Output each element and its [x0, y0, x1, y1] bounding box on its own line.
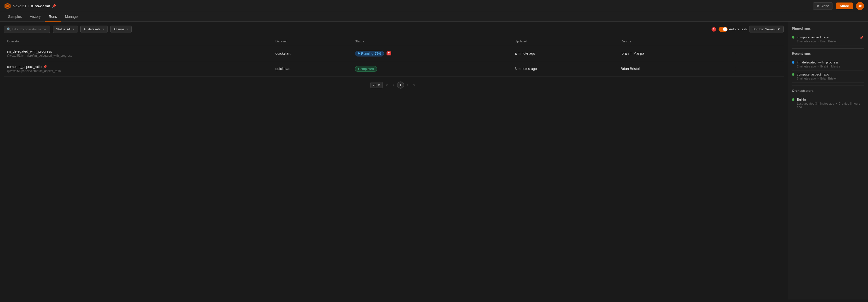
pinned-run-item[interactable]: compute_aspect_ratio 2 minutes ago • Bri… [792, 33, 864, 45]
recent-run-2-name: compute_aspect_ratio [797, 72, 864, 76]
row2-operator-name-wrapper: compute_aspect_ratio 📌 [7, 65, 270, 69]
first-page-button[interactable]: « [384, 82, 390, 88]
clone-button[interactable]: ⧉ Clone [813, 2, 833, 10]
content-area: 🔍 Status: All ▼ All datasets ▼ All runs … [0, 22, 787, 300]
recent-run-1-name: im_delegated_with_progress [797, 61, 864, 64]
sidebar-pin-button[interactable]: 📌 [859, 35, 864, 40]
row2-more-button[interactable]: ⋮ [732, 65, 740, 72]
tab-runs[interactable]: Runs [45, 12, 61, 22]
auto-refresh-toggle[interactable] [719, 27, 727, 32]
header: Voxel51 › runs-demo 📌 ⧉ Clone Share BB [0, 0, 868, 12]
tab-manage[interactable]: Manage [61, 12, 82, 22]
clone-label: Clone [820, 4, 829, 8]
col-actions [728, 37, 784, 46]
page-size-select[interactable]: 25 ▼ [370, 82, 383, 88]
col-updated: Updated [512, 37, 618, 46]
notification-badge: 1 [712, 27, 716, 32]
voxel51-logo [4, 2, 11, 9]
pinned-run-content: compute_aspect_ratio 2 minutes ago • Bri… [797, 35, 857, 43]
breadcrumb-org: Voxel51 [13, 4, 26, 8]
row1-status-cell: Running 75% 2 [352, 46, 512, 61]
pinned-runs-title: Pinned runs [792, 27, 864, 30]
recent-run-2-content: compute_aspect_ratio 3 minutes ago • Bri… [797, 72, 864, 80]
datasets-chevron-icon: ▼ [102, 28, 104, 31]
col-operator: Operator [4, 37, 273, 46]
pin-icon[interactable]: 📌 [52, 4, 56, 8]
orchestrator-meta: Last updated 3 minutes ago • Created 8 h… [797, 102, 864, 109]
table-body: im_delegated_with_progress @voxel51/im-m… [4, 46, 784, 76]
recent-run-item-2[interactable]: compute_aspect_ratio 3 minutes ago • Bri… [792, 70, 864, 82]
sidebar: Pinned runs compute_aspect_ratio 2 minut… [787, 22, 868, 300]
runs-filter[interactable]: All runs ▼ [110, 26, 132, 33]
row2-actions-cell: ⋮ [728, 61, 784, 76]
orchestrator-item[interactable]: Builtin Last updated 3 minutes ago • Cre… [792, 96, 864, 111]
row2-updated: 3 minutes ago [512, 61, 618, 76]
col-dataset: Dataset [273, 37, 352, 46]
datasets-filter[interactable]: All datasets ▼ [81, 26, 108, 33]
page-1-button[interactable]: 1 [397, 81, 404, 89]
recent-run-2-dot [792, 73, 795, 76]
prev-page-button[interactable]: ‹ [391, 82, 396, 88]
row1-operator-cell: im_delegated_with_progress @voxel51/im-m… [4, 46, 273, 61]
page-size-value: 25 [373, 83, 376, 87]
search-input[interactable] [12, 27, 48, 31]
row1-updated: a minute ago [512, 46, 618, 61]
row2-status-cell: Completed [352, 61, 512, 76]
row1-running-dot [358, 53, 360, 55]
table-row[interactable]: im_delegated_with_progress @voxel51/im-m… [4, 46, 784, 61]
col-status: Status [352, 37, 512, 46]
orchestrator-dot [792, 98, 795, 101]
auto-refresh-toggle-wrapper: Auto refresh [719, 27, 747, 32]
row2-status-label: Completed [358, 67, 374, 71]
orchestrator-content: Builtin Last updated 3 minutes ago • Cre… [797, 98, 864, 109]
row1-actions-cell: ⋮ [728, 46, 784, 61]
table-header: Operator Dataset Status Updated Run by [4, 37, 784, 46]
row1-error-badge: 2 [386, 52, 391, 56]
row1-status-badge: Running 75% [355, 51, 384, 57]
pagination: 25 ▼ « ‹ 1 › » [4, 81, 784, 89]
row2-pin-icon: 📌 [43, 65, 47, 68]
tab-samples[interactable]: Samples [4, 12, 26, 22]
col-runby: Run by [618, 37, 728, 46]
share-button[interactable]: Share [836, 2, 853, 9]
recent-run-1-dot [792, 61, 795, 64]
recent-runs-title: Recent runs [792, 52, 864, 56]
row1-operator-name: im_delegated_with_progress [7, 49, 52, 54]
row1-dataset: quickstart [273, 46, 352, 61]
nav-tabs: Samples History Runs Manage [0, 12, 868, 22]
sort-button[interactable]: Sort by: Newest ▼ [749, 26, 784, 33]
header-left: Voxel51 › runs-demo 📌 [4, 2, 56, 9]
next-page-button[interactable]: › [405, 82, 410, 88]
toolbar: 🔍 Status: All ▼ All datasets ▼ All runs … [4, 26, 784, 33]
row1-progress: 75% [375, 52, 381, 56]
breadcrumb-project: runs-demo [31, 4, 50, 8]
runs-filter-label: All runs [114, 27, 124, 31]
tab-history[interactable]: History [26, 12, 45, 22]
sidebar-divider-1 [792, 48, 864, 49]
avatar[interactable]: BB [856, 2, 864, 10]
recent-run-1-meta: 2 minutes ago • Ibrahim Manjra [797, 65, 864, 68]
header-right: ⧉ Clone Share BB [813, 2, 864, 10]
pinned-run-dot [792, 36, 795, 39]
breadcrumb-separator: › [28, 4, 29, 8]
row2-dataset: quickstart [273, 61, 352, 76]
recent-run-1-content: im_delegated_with_progress 2 minutes ago… [797, 61, 864, 68]
sort-chevron-icon: ▼ [777, 27, 780, 31]
row2-runby: Brian Bristol [618, 61, 728, 76]
table-row[interactable]: compute_aspect_ratio 📌 @voxel51/panels/c… [4, 61, 784, 76]
row2-operator-cell: compute_aspect_ratio 📌 @voxel51/panels/c… [4, 61, 273, 76]
row2-status-badge: Completed [355, 66, 377, 72]
runs-table: Operator Dataset Status Updated Run by i… [4, 37, 784, 76]
status-filter[interactable]: Status: All ▼ [53, 26, 78, 33]
datasets-filter-label: All datasets [84, 27, 100, 31]
row1-more-button[interactable]: ⋮ [732, 50, 740, 57]
recent-run-item-1[interactable]: im_delegated_with_progress 2 minutes ago… [792, 59, 864, 70]
auto-refresh-label: Auto refresh [729, 27, 747, 31]
search-icon: 🔍 [7, 27, 11, 31]
last-page-button[interactable]: » [411, 82, 417, 88]
sort-label: Sort by: Newest [752, 27, 776, 31]
main-layout: 🔍 Status: All ▼ All datasets ▼ All runs … [0, 22, 868, 300]
sidebar-divider-2 [792, 86, 864, 86]
row1-operator-path: @voxel51/im-micro/im_delegated_with_prog… [7, 54, 270, 58]
pinned-run-meta: 2 minutes ago • Brian Bristol [797, 40, 857, 43]
